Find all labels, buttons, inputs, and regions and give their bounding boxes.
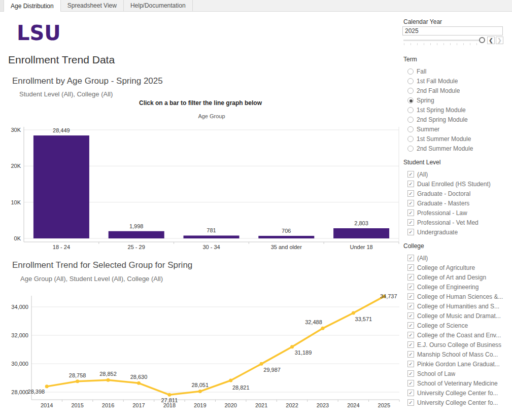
student-level-filter-label: Student Level [403,159,512,166]
checkbox-checked-icon[interactable]: ✓ [407,190,414,197]
line-year-label: 2022 [286,402,298,408]
college-option-6[interactable]: ✓College of Music and Dramat... [403,311,512,321]
calendar-year-slider-handle[interactable] [479,37,485,43]
term-option-label: Summer [417,126,439,133]
college-option-7[interactable]: ✓College of Science [403,321,512,330]
line-year-label: 2017 [132,402,145,408]
bar-ytick-label: 10K [11,199,21,205]
college-option-2[interactable]: ✓College of Art and Design [403,272,512,282]
checkbox-checked-icon[interactable]: ✓ [407,209,414,216]
term-option-2[interactable]: 2nd Fall Module [403,86,512,95]
radio-selected-icon[interactable] [407,97,414,103]
checkbox-checked-icon[interactable]: ✓ [407,200,414,206]
calendar-year-slider-track[interactable] [403,40,484,41]
checkbox-checked-icon[interactable]: ✓ [407,312,414,319]
college-option-4[interactable]: ✓College of Human Sciences &... [403,292,512,301]
checkbox-checked-icon[interactable]: ✓ [407,390,414,396]
line-point-2023[interactable] [321,327,324,330]
checkbox-checked-icon[interactable]: ✓ [407,322,414,329]
checkbox-checked-icon[interactable]: ✓ [407,361,414,367]
line-year-label: 2021 [255,402,267,408]
checkbox-checked-icon[interactable]: ✓ [407,264,414,271]
checkbox-checked-icon[interactable]: ✓ [407,229,414,235]
radio-unselected-icon[interactable] [407,117,414,123]
tab-age-distribution[interactable]: Age Distribution [4,0,61,12]
bar-under-18[interactable] [333,228,389,238]
line-year-label: 2024 [347,402,359,408]
checkbox-checked-icon[interactable]: ✓ [407,274,414,281]
term-option-1[interactable]: 1st Fall Module [403,76,512,86]
radio-unselected-icon[interactable] [407,136,414,142]
college-option-14[interactable]: ✓University College Center fo... [403,388,512,398]
bar-25-29[interactable] [109,231,164,238]
term-option-4[interactable]: 1st Spring Module [403,105,512,115]
checkbox-checked-icon[interactable]: ✓ [407,284,414,290]
checkbox-checked-icon[interactable]: ✓ [407,370,414,377]
student-level-option-label: (All) [417,171,428,178]
checkbox-checked-icon[interactable]: ✓ [407,255,414,261]
checkbox-checked-icon[interactable]: ✓ [407,380,414,387]
bar-30-34[interactable] [184,235,240,238]
student-level-option-5[interactable]: ✓Professional - Vet Med [403,218,512,227]
line-point-2019[interactable] [198,390,202,393]
radio-unselected-icon[interactable] [407,78,414,84]
line-point-2021[interactable] [260,362,263,366]
checkbox-checked-icon[interactable]: ✓ [407,341,414,348]
college-option-5[interactable]: ✓College of Humanities and S... [403,301,512,311]
line-point-2017[interactable] [137,381,141,385]
student-level-option-label: Graduate - Doctoral [417,190,470,197]
line-point-2015[interactable] [76,379,79,383]
line-point-2024[interactable] [352,311,355,315]
college-option-10[interactable]: ✓Manship School of Mass Co... [403,349,512,359]
college-option-12[interactable]: ✓School of Law [403,369,512,378]
student-level-option-2[interactable]: ✓Graduate - Doctoral [403,189,512,198]
line-ytick-label: 32,000 [11,332,28,338]
college-option-1[interactable]: ✓College of Agriculture [403,263,512,272]
college-option-8[interactable]: ✓College of the Coast and Env... [403,330,512,340]
checkbox-checked-icon[interactable]: ✓ [407,332,414,338]
line-point-2018[interactable] [167,393,171,397]
radio-unselected-icon[interactable] [407,126,414,132]
line-point-2014[interactable] [45,384,49,388]
radio-unselected-icon[interactable] [407,88,414,94]
college-option-15[interactable]: ✓University College Center fo... [403,398,512,407]
student-level-option-4[interactable]: ✓Professional - Law [403,208,512,218]
checkbox-checked-icon[interactable]: ✓ [407,303,414,309]
checkbox-checked-icon[interactable]: ✓ [407,293,414,300]
checkbox-checked-icon[interactable]: ✓ [407,181,414,187]
checkbox-checked-icon[interactable]: ✓ [407,399,414,406]
term-option-7[interactable]: 1st Summer Module [403,134,512,144]
term-option-0[interactable]: Fall [403,66,512,76]
college-option-0[interactable]: ✓(All) [403,253,512,263]
student-level-option-6[interactable]: ✓Undergraduate [403,227,512,237]
student-level-option-1[interactable]: ✓Dual Enrolled (HS Student) [403,179,512,189]
line-value-label: 28,630 [130,374,148,380]
checkbox-checked-icon[interactable]: ✓ [407,171,414,178]
student-level-option-0[interactable]: ✓(All) [403,169,512,179]
college-option-13[interactable]: ✓School of Veterinary Medicine [403,378,512,388]
radio-unselected-icon[interactable] [407,68,414,75]
radio-unselected-icon[interactable] [407,146,414,152]
college-option-9[interactable]: ✓E.J. Ourso College of Business [403,340,512,349]
line-point-2022[interactable] [290,345,294,348]
calendar-year-input[interactable] [402,26,503,36]
bar-18-24[interactable] [33,135,89,238]
college-option-3[interactable]: ✓College of Engineering [403,282,512,292]
checkbox-checked-icon[interactable]: ✓ [407,219,414,226]
calendar-year-prev-button[interactable]: ❮ [487,37,495,44]
student-level-option-3[interactable]: ✓Graduate - Masters [403,198,512,208]
radio-unselected-icon[interactable] [407,107,414,113]
bar-35-and-older[interactable] [258,236,314,238]
term-option-6[interactable]: Summer [403,124,512,134]
term-option-5[interactable]: 2nd Spring Module [403,115,512,124]
tab-help-documentation[interactable]: Help/Documentation [124,0,193,11]
college-option-11[interactable]: ✓Pinkie Gordon Lane Graduat... [403,359,512,369]
term-option-8[interactable]: 2nd Summer Module [403,144,512,153]
tab-spreadsheet-view[interactable]: Spreadsheet View [61,0,124,11]
college-option-label: School of Law [417,370,455,377]
line-point-2020[interactable] [229,379,232,382]
calendar-year-next-button[interactable]: ❯ [496,37,503,44]
line-point-2016[interactable] [107,378,110,382]
checkbox-checked-icon[interactable]: ✓ [407,351,414,358]
term-option-3[interactable]: Spring [403,95,512,105]
